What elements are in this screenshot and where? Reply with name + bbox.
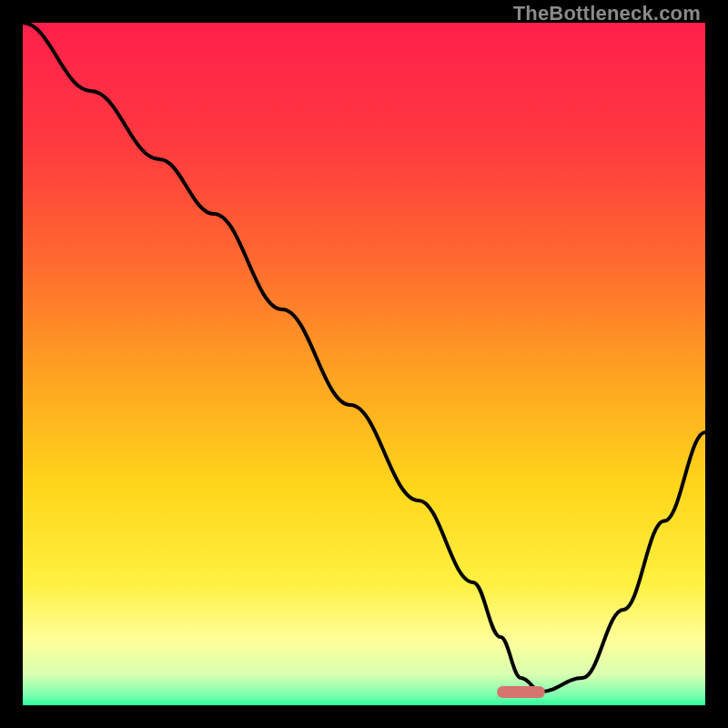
- chart-svg: [23, 23, 705, 705]
- optimal-marker: [497, 686, 545, 698]
- watermark-text: TheBottleneck.com: [513, 2, 701, 25]
- chart-frame: [23, 23, 705, 705]
